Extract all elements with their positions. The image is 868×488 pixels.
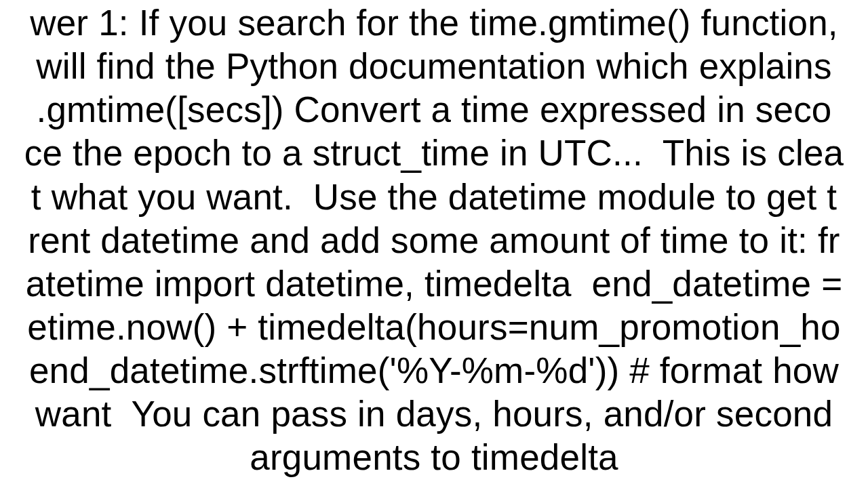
answer-text: wer 1: If you search for the time.gmtime… xyxy=(24,1,844,479)
document-viewport: wer 1: If you search for the time.gmtime… xyxy=(0,0,868,488)
